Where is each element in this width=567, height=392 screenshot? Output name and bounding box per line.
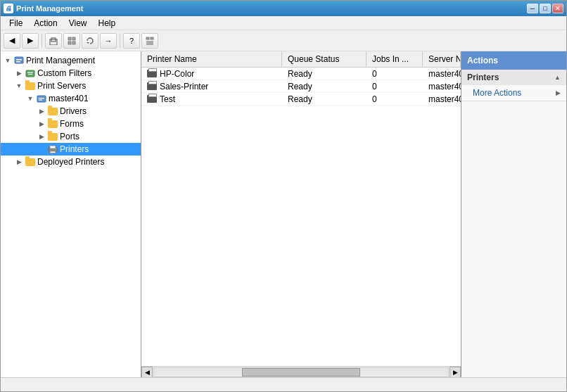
menu-view[interactable]: View (63, 17, 93, 30)
tree-label-ports: Ports (60, 132, 79, 141)
title-bar-left: 🖨 Print Management (4, 4, 83, 13)
svg-marker-6 (87, 42, 89, 44)
scroll-track[interactable] (153, 367, 449, 377)
tree-toggle-deployed-printers: ▶ (13, 158, 25, 165)
more-actions-item[interactable]: More Actions ▶ (461, 85, 566, 101)
title-bar: 🖨 Print Management ─ □ ✕ (1, 1, 566, 16)
svg-rect-8 (151, 37, 153, 39)
tree-toggle-ports: ▶ (36, 133, 47, 140)
svg-rect-19 (39, 98, 44, 99)
printers-section-collapse-icon: ▲ (554, 74, 561, 81)
svg-rect-7 (146, 37, 149, 39)
table-row[interactable]: HP-Color Ready 0 master401 (141, 68, 461, 80)
printer-icon-1 (147, 82, 157, 90)
svg-rect-5 (72, 42, 75, 44)
forms-icon (47, 119, 58, 129)
cell-server-2: master401 (423, 94, 461, 105)
svg-rect-22 (50, 146, 56, 148)
up-button[interactable] (45, 33, 62, 49)
table-row[interactable]: Test Ready 0 master401 (141, 93, 461, 106)
tree-toggle-print-servers: ▼ (13, 82, 25, 89)
menu-file[interactable]: File (4, 17, 28, 30)
close-button[interactable]: ✕ (552, 4, 563, 13)
extra-button[interactable] (141, 33, 158, 49)
refresh-button[interactable] (82, 33, 98, 49)
svg-rect-4 (68, 42, 71, 44)
cell-jobs-0: 0 (367, 68, 423, 80)
printers-section-label: Printers (467, 72, 499, 82)
cell-server-1: master401 (423, 81, 461, 92)
cell-printer-name-0: HP-Color (141, 68, 282, 80)
svg-rect-23 (50, 151, 56, 153)
tree-toggle-custom-filters: ▶ (13, 70, 25, 77)
tree-toggle-master401: ▼ (25, 95, 36, 102)
horizontal-scrollbar: ◀ ▶ (141, 366, 461, 377)
col-header-queue-status[interactable]: Queue Status (282, 51, 367, 67)
actions-header: Actions (461, 51, 566, 70)
tree-label-printers: Printers (60, 144, 89, 154)
col-header-server-name[interactable]: Server Name (423, 51, 461, 67)
tree-item-custom-filters[interactable]: ▶ Custom Filters (1, 67, 141, 80)
cell-queue-status-2: Ready (282, 94, 367, 105)
tree-item-print-servers[interactable]: ▼ Print Servers (1, 80, 141, 92)
menu-action[interactable]: Action (28, 17, 63, 30)
tree-item-printers[interactable]: Printers (1, 143, 141, 156)
deployed-printers-icon (25, 157, 36, 167)
tree-item-deployed-printers[interactable]: ▶ Deployed Printers (1, 156, 141, 168)
tree-item-ports[interactable]: ▶ Ports (1, 130, 141, 143)
svg-rect-15 (26, 70, 34, 77)
tree-item-forms[interactable]: ▶ Forms (1, 118, 141, 130)
cell-printer-name-1: Sales-Printer (141, 81, 282, 92)
ports-icon (47, 132, 58, 141)
scroll-left-button[interactable]: ◀ (141, 367, 153, 378)
maximize-button[interactable]: □ (540, 4, 551, 13)
col-header-printer-name[interactable]: Printer Name (141, 51, 282, 67)
back-button[interactable]: ◀ (4, 33, 20, 49)
tree-label-deployed-printers: Deployed Printers (37, 157, 104, 167)
app-icon: 🖨 (4, 4, 13, 13)
printer-icon-0 (147, 70, 157, 77)
menu-help[interactable]: Help (93, 17, 122, 30)
toolbar-sep-1 (42, 34, 42, 48)
col-header-jobs-in[interactable]: Jobs In ... (367, 51, 423, 67)
svg-rect-3 (72, 37, 75, 40)
printers-icon (47, 144, 58, 154)
cell-queue-status-1: Ready (282, 81, 367, 92)
actions-printers-section: Printers ▲ More Actions ▶ (461, 70, 566, 101)
tree-label-master401: master401 (49, 94, 89, 103)
table-row[interactable]: Sales-Printer Ready 0 master401 (141, 80, 461, 93)
minimize-button[interactable]: ─ (527, 4, 538, 13)
tree-label-custom-filters: Custom Filters (37, 68, 91, 78)
tree-item-drivers[interactable]: ▶ Drivers (1, 105, 141, 118)
scroll-right-button[interactable]: ▶ (450, 367, 461, 378)
export-button[interactable]: → (100, 33, 117, 49)
more-actions-arrow-icon: ▶ (556, 89, 561, 96)
master401-icon (36, 94, 47, 103)
printers-section-header[interactable]: Printers ▲ (461, 70, 566, 85)
svg-rect-14 (16, 61, 20, 63)
svg-rect-18 (37, 96, 46, 102)
actions-panel: Actions Printers ▲ More Actions ▶ (461, 51, 566, 377)
window-title: Print Management (16, 4, 83, 13)
main-window: 🖨 Print Management ─ □ ✕ File Action Vie… (0, 0, 567, 392)
toolbar-sep-2 (120, 34, 120, 48)
list-header: Printer Name Queue Status Jobs In ... Se… (141, 51, 461, 68)
tree-label-drivers: Drivers (60, 106, 87, 116)
cell-server-0: master401 (423, 68, 461, 80)
tree-toggle-drivers: ▶ (36, 108, 47, 115)
forward-button[interactable]: ▶ (22, 33, 39, 49)
tree-panel: ▼ Print Management ▶ Custom Filters ▼ (1, 51, 141, 377)
print-management-icon (13, 56, 25, 65)
view-button[interactable] (63, 33, 80, 49)
tree-toggle-forms: ▶ (36, 120, 47, 127)
toolbar: ◀ ▶ → ? (1, 30, 566, 51)
menu-bar: File Action View Help (1, 16, 566, 30)
svg-rect-2 (68, 37, 71, 40)
more-actions-label: More Actions (473, 88, 521, 98)
help-button[interactable]: ? (123, 33, 140, 49)
cell-queue-status-0: Ready (282, 68, 367, 80)
tree-toggle-print-management: ▼ (2, 57, 13, 64)
tree-item-print-management[interactable]: ▼ Print Management (1, 54, 141, 67)
tree-item-master401[interactable]: ▼ master401 (1, 92, 141, 105)
scroll-thumb[interactable] (242, 368, 359, 377)
